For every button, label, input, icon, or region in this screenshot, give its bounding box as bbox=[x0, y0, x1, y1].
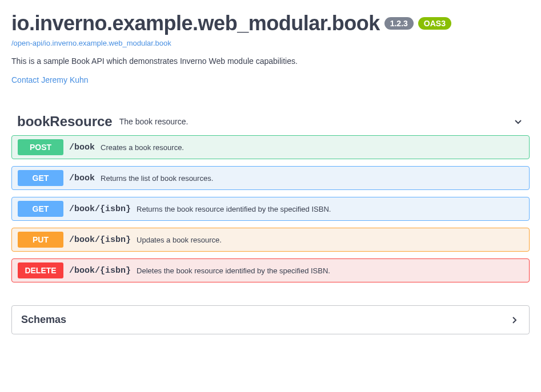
operation-summary: Returns the book resource identified by … bbox=[137, 205, 331, 213]
api-description: This is a sample Book API which demonstr… bbox=[11, 56, 530, 66]
operation-delete-4[interactable]: DELETE/book/{isbn}Deletes the book resou… bbox=[11, 258, 530, 282]
operation-get-2[interactable]: GET/book/{isbn}Returns the book resource… bbox=[11, 197, 530, 221]
method-badge: DELETE bbox=[18, 262, 63, 278]
tag-header[interactable]: bookResource The book resource. bbox=[11, 114, 530, 135]
operation-summary: Updates a book resource. bbox=[137, 236, 222, 244]
api-title: io.inverno.example.web_modular.book bbox=[11, 11, 380, 35]
method-badge: POST bbox=[18, 139, 63, 155]
chevron-right-icon bbox=[508, 314, 520, 326]
api-header: io.inverno.example.web_modular.book 1.2.… bbox=[11, 11, 530, 85]
tag-name: bookResource bbox=[17, 114, 113, 130]
contact-link[interactable]: Contact Jeremy Kuhn bbox=[11, 75, 89, 84]
tag-description: The book resource. bbox=[119, 117, 512, 126]
version-badge: 1.2.3 bbox=[384, 17, 414, 30]
method-badge: GET bbox=[18, 201, 63, 217]
tag-section: bookResource The book resource. POST/boo… bbox=[11, 114, 530, 282]
schemas-title: Schemas bbox=[21, 314, 66, 326]
operations-list: POST/bookCreates a book resource.GET/boo… bbox=[11, 135, 530, 282]
operation-summary: Deletes the book resource identified by … bbox=[137, 266, 330, 275]
operation-put-3[interactable]: PUT/book/{isbn}Updates a book resource. bbox=[11, 228, 530, 252]
oas-badge: OAS3 bbox=[418, 17, 451, 30]
operation-post-0[interactable]: POST/bookCreates a book resource. bbox=[11, 135, 530, 159]
operation-path: /book/{isbn} bbox=[69, 235, 131, 245]
method-badge: GET bbox=[18, 170, 63, 186]
operation-path: /book/{isbn} bbox=[69, 266, 131, 276]
chevron-down-icon bbox=[512, 116, 524, 127]
operation-path: /book bbox=[69, 173, 95, 183]
spec-link[interactable]: /open-api/io.inverno.example.web_modular… bbox=[11, 39, 530, 47]
operation-path: /book/{isbn} bbox=[69, 204, 131, 214]
operation-summary: Returns the list of book resources. bbox=[101, 174, 213, 183]
operation-summary: Creates a book resource. bbox=[101, 143, 184, 152]
operation-path: /book bbox=[69, 143, 95, 152]
method-badge: PUT bbox=[18, 232, 63, 248]
schemas-section[interactable]: Schemas bbox=[11, 305, 530, 334]
title-row: io.inverno.example.web_modular.book 1.2.… bbox=[11, 11, 530, 35]
operation-get-1[interactable]: GET/bookReturns the list of book resourc… bbox=[11, 166, 530, 190]
